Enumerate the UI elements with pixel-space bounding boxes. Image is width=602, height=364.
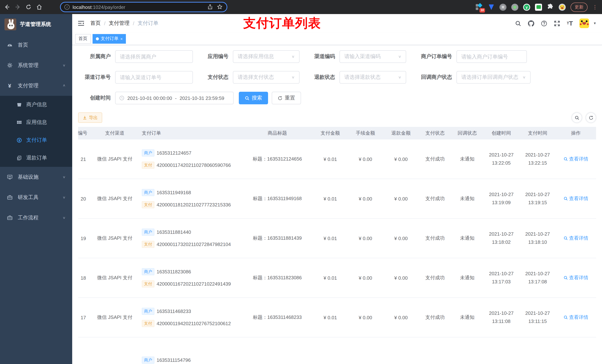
sidebar-item-merchant-info[interactable]: 商户信息 xyxy=(0,96,72,114)
col-channel: 支付渠道 xyxy=(91,130,139,136)
monitor-icon xyxy=(7,174,13,180)
refresh-icon xyxy=(278,96,282,100)
extension-kite-icon[interactable] xyxy=(488,3,495,10)
breadcrumb-home[interactable]: 首页 xyxy=(90,20,101,27)
notify-status-select[interactable]: 请选择订单回调商户状态∨ xyxy=(456,71,531,83)
logo-image xyxy=(4,19,16,30)
merchant-order-no: 1635311881440 xyxy=(157,229,191,235)
browser-window: i localhost:1024/pay/order 10 ⌘ y 更新 ⋮ 芋… xyxy=(0,0,602,364)
reset-button[interactable]: 重置 xyxy=(272,92,301,104)
merchant-input[interactable] xyxy=(115,50,193,63)
refund-status-select[interactable]: 请选择退款状态∨ xyxy=(340,71,406,83)
extension-emoji-icon[interactable] xyxy=(559,3,566,10)
row-notify-status: 未通知 xyxy=(451,156,483,162)
chevron-down-icon: ∨ xyxy=(63,63,65,67)
browser-menu-icon[interactable]: ⋮ xyxy=(592,4,598,10)
row-title: 标题：1635311823086 xyxy=(242,274,313,281)
create-time-range-picker[interactable]: 2021-10-01 00:00:00 - 2021-10-31 23:59:5… xyxy=(115,92,234,104)
magnifier-icon xyxy=(563,236,568,240)
sidebar-item-system[interactable]: 系统管理 ∨ xyxy=(0,55,72,75)
row-id: 19 xyxy=(81,235,86,241)
tag-pay-order[interactable]: 支付订单 × xyxy=(93,34,126,43)
merchant-order-no-label: 商户订单编号 xyxy=(421,53,456,60)
table-row: 21 微信 JSAPI 支付 商户 1635312124657 支付 42000… xyxy=(78,139,596,179)
tag-home[interactable]: 首页 xyxy=(75,34,91,43)
pay-status-select[interactable]: 请选择支付状态∨ xyxy=(233,71,300,83)
channel-code-label: 渠道编码 xyxy=(314,53,340,60)
sidebar-item-pay-order[interactable]: 支付订单 xyxy=(0,131,72,149)
app-logo: 芋道管理系统 xyxy=(0,14,72,35)
extension-command-icon[interactable]: ⌘ xyxy=(499,3,506,10)
row-notify-status: 未通知 xyxy=(451,274,483,281)
sidebar-item-dev-tools[interactable]: 研发工具 ∨ xyxy=(0,187,72,208)
extension-dot-icon[interactable] xyxy=(511,3,518,10)
sidebar-item-app-info[interactable]: 应用信息 xyxy=(0,114,72,131)
breadcrumb: 首页 / 支付管理 / 支付订单 xyxy=(90,20,159,27)
create-time: 13:19:09 xyxy=(483,199,519,207)
forward-icon[interactable] xyxy=(14,4,21,10)
breadcrumb-pay[interactable]: 支付管理 xyxy=(109,20,129,27)
browser-update-button[interactable]: 更新 xyxy=(570,2,588,12)
create-time-label: 创建时间 xyxy=(78,95,115,101)
site-info-icon[interactable]: i xyxy=(64,4,70,10)
fullscreen-icon[interactable] xyxy=(553,20,560,27)
chevron-down-icon: ∨ xyxy=(63,196,65,199)
extension-chat-icon[interactable] xyxy=(535,3,542,10)
create-date: 2021-10-27 xyxy=(483,230,519,238)
page-annotation: 支付订单列表 xyxy=(243,15,321,32)
extension-workona-icon[interactable]: 10 xyxy=(476,3,483,10)
col-order: 支付订单 xyxy=(139,130,242,136)
extension-y-icon[interactable]: y xyxy=(523,3,530,10)
grid-icon xyxy=(16,120,22,125)
channel-code-select[interactable]: 请输入渠道编码∨ xyxy=(340,50,406,63)
sidebar-item-workflow[interactable]: 工作流程 ∨ xyxy=(0,208,72,228)
view-details-link[interactable]: 查看详情 xyxy=(563,235,588,241)
refresh-table-button[interactable] xyxy=(586,113,596,123)
sidebar-item-refund-order[interactable]: 退款订单 xyxy=(0,149,72,167)
view-details-link[interactable]: 查看详情 xyxy=(563,195,588,202)
view-details-link[interactable]: 查看详情 xyxy=(563,274,588,281)
view-details-link[interactable]: 查看详情 xyxy=(563,314,588,321)
sidebar-item-infra[interactable]: 基础设施 ∨ xyxy=(0,167,72,187)
share-icon[interactable] xyxy=(207,4,213,10)
back-icon[interactable] xyxy=(4,4,10,10)
col-create-time: 创建时间 xyxy=(483,130,519,136)
row-pay-status: 支付成功 xyxy=(419,195,451,202)
date-end: 2021-10-31 23:59:59 xyxy=(180,95,224,101)
row-fee-amount: ¥ 0.00 xyxy=(348,275,383,281)
chevron-down-icon: ∨ xyxy=(398,54,401,59)
search-icon[interactable] xyxy=(515,20,521,27)
merchant-tag: 商户 xyxy=(142,357,154,364)
active-dot-icon xyxy=(96,37,99,40)
address-bar[interactable]: i localhost:1024/pay/order xyxy=(60,2,227,12)
font-size-icon[interactable]: TT xyxy=(567,20,573,27)
avatar[interactable] xyxy=(580,19,589,28)
row-title: 标题：1635311949168 xyxy=(242,195,313,202)
sidebar-fold-icon[interactable] xyxy=(78,20,85,27)
sidebar-item-home[interactable]: 首页 xyxy=(0,35,72,55)
github-icon[interactable] xyxy=(527,20,534,27)
export-button[interactable]: 导出 xyxy=(78,113,102,123)
bookmark-star-icon[interactable] xyxy=(217,4,223,10)
extensions-puzzle-icon[interactable] xyxy=(547,3,554,10)
search-button[interactable]: 搜索 xyxy=(239,92,268,104)
app-select[interactable]: 请选择应用信息∨ xyxy=(233,50,300,63)
avatar-caret-icon[interactable]: ▼ xyxy=(593,21,596,25)
row-pay-amount: ¥ 0.01 xyxy=(313,156,348,162)
pay-date: 2021-10-27 xyxy=(519,309,556,317)
col-notify-status: 回调状态 xyxy=(451,130,483,136)
sidebar-item-payment[interactable]: ¥ 支付管理 ∨ xyxy=(0,75,72,96)
help-icon[interactable] xyxy=(540,20,547,27)
pay-date: 2021-10-27 xyxy=(519,190,556,199)
create-time: 13:22:05 xyxy=(483,159,519,167)
home-icon[interactable] xyxy=(36,4,43,10)
pay-status-label: 支付状态 xyxy=(208,74,233,81)
reload-icon[interactable] xyxy=(25,4,32,10)
merchant-order-no: 1635311154796 xyxy=(157,357,191,363)
row-pay-amount: ¥ 0.01 xyxy=(313,196,348,201)
toggle-search-button[interactable] xyxy=(572,113,582,123)
channel-order-no-input[interactable] xyxy=(115,71,193,83)
view-details-link[interactable]: 查看详情 xyxy=(563,156,588,162)
close-icon[interactable]: × xyxy=(120,36,123,41)
merchant-order-no-input[interactable] xyxy=(456,50,527,63)
